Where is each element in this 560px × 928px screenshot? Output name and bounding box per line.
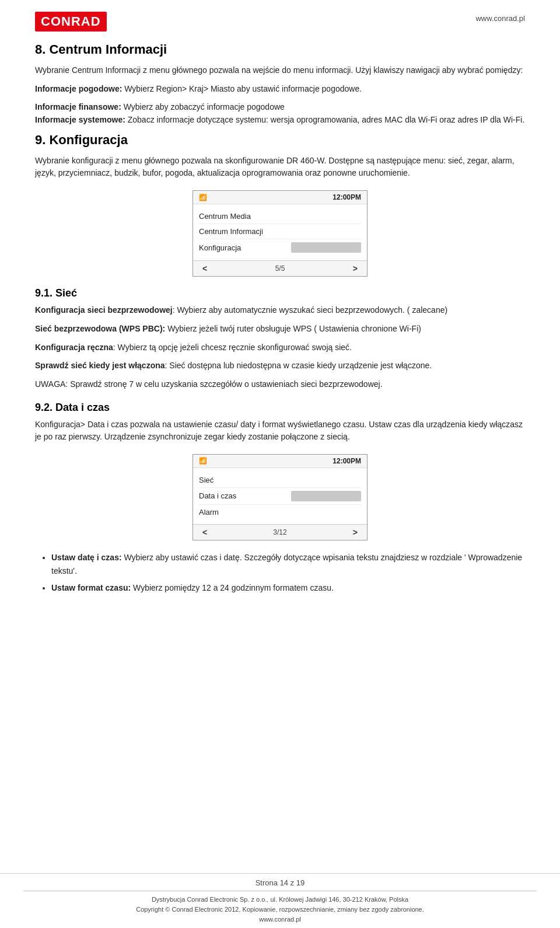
bullet-item-2: Ustaw format czasu: Wybierz pomiędzy 12 … <box>51 581 525 595</box>
section8-item2-3: Informacje finansowe: Wybierz aby zobacz… <box>35 101 525 126</box>
bullet-label-1: Ustaw datę i czas: <box>51 553 122 562</box>
device-page-num-2: 3/12 <box>273 528 286 536</box>
device-menu-label-1-1: Centrum Media <box>199 212 251 221</box>
device-menu-item-2-1: Sieć <box>199 473 361 488</box>
page-footer: Strona 14 z 19 Dystrybucja Conrad Electr… <box>0 873 560 928</box>
device-menu-label-2-3: Alarm <box>199 508 219 517</box>
device-menu-item-2-3: Alarm <box>199 505 361 519</box>
page-content: CONRAD www.conrad.pl 8. Centrum Informac… <box>0 0 560 647</box>
section8-item3-label: Informacje systemowe: <box>35 115 125 124</box>
footer-page-number: Strona 14 z 19 <box>0 878 560 887</box>
section92-title: 9.2. Data i czas <box>35 402 525 414</box>
section91-item1: Konfiguracja sieci bezprzewodowej: Wybie… <box>35 304 525 317</box>
section8-item2-text: Wybierz aby zobaczyć informacje pogodowe <box>121 102 285 111</box>
section91-item3-label: Konfiguracja ręczna <box>35 343 113 352</box>
device-menu-label-2-2: Data i czas <box>199 491 236 500</box>
footer-page-current: 14 <box>280 878 288 887</box>
logo-area: CONRAD <box>35 12 107 32</box>
website-url: www.conrad.pl <box>475 12 525 23</box>
section91-note: UWAGA: Sprawdź stronę 7 w celu uzyskania… <box>35 378 525 391</box>
section91-item1-text: : Wybierz aby automatycznie wyszukać sie… <box>173 305 447 315</box>
footer-divider <box>23 891 537 891</box>
device-nav-prev-2: < <box>202 528 207 537</box>
device-status-bar-2: 📶 12:00PM <box>193 455 367 468</box>
device-nav-prev-1: < <box>202 264 207 273</box>
device-menu-selected-2-2 <box>291 491 361 501</box>
device-nav-next-1: > <box>353 264 358 273</box>
device-menu-label-1-2: Centrum Informacji <box>199 227 263 236</box>
section91-item2-text: Wybierz jeżeli twój ruter obsługuje WPS … <box>165 324 421 333</box>
section8-intro: Wybranie Centrum Informacji z menu główn… <box>35 64 525 77</box>
section9-intro: Wybranie konfiguracji z menu głównego po… <box>35 155 525 180</box>
device-time-1: 12:00PM <box>332 193 361 201</box>
device-signal-1: 📶 <box>199 194 207 201</box>
device-menu-label-1-3: Konfiguracja <box>199 243 241 252</box>
section91-item1-label: Konfiguracja sieci bezprzewodowej <box>35 305 173 315</box>
device-menu-label-2-1: Sieć <box>199 476 214 484</box>
device-page-num-1: 5/5 <box>275 264 285 273</box>
section9-title: 9. Konfiguracja <box>35 132 525 148</box>
section91-item4-text: : Sieć dostępna lub niedostępna w czasie… <box>165 361 432 370</box>
section91-item3-text: : Wybierz tą opcję jeżeli chcesz ręcznie… <box>113 343 352 352</box>
device-menu-2: Sieć Data i czas Alarm <box>193 468 367 524</box>
bullet-label-2: Ustaw format czasu: <box>51 583 131 592</box>
footer-line3: www.conrad.pl <box>0 915 560 924</box>
bullet-text-2: Wybierz pomiędzy 12 a 24 godzinnym forma… <box>131 583 334 592</box>
footer-line1: Dystrybucja Conrad Electronic Sp. z o.o.… <box>0 895 560 905</box>
device-nav-bar-2: < 3/12 > <box>193 524 367 540</box>
device-screen-1: 📶 12:00PM Centrum Media Centrum Informac… <box>192 190 368 277</box>
bullet-item-1: Ustaw datę i czas: Wybierz aby ustawić c… <box>51 551 525 578</box>
page-header: CONRAD www.conrad.pl <box>35 12 525 32</box>
footer-line2: Copyright © Conrad Electronic 2012, Kopi… <box>0 905 560 915</box>
device-menu-item-1-3: Konfiguracja <box>199 239 361 256</box>
device-menu-selected-1-3 <box>291 242 361 253</box>
section8-item1-label: Informacje pogodowe: <box>35 84 122 93</box>
device-menu-1: Centrum Media Centrum Informacji Konfigu… <box>193 204 367 260</box>
footer-page-of: z <box>290 878 295 887</box>
device-screen-2: 📶 12:00PM Sieć Data i czas Alarm < 3/12 … <box>192 454 368 540</box>
footer-page-label: Strona <box>256 878 278 887</box>
section8-item1-text: Wybierz Region> Kraj> Miasto aby ustawić… <box>122 84 362 93</box>
bullet-text-1: Wybierz aby ustawić czas i datę. Szczegó… <box>51 553 522 575</box>
footer-page-total: 19 <box>296 878 304 887</box>
section91-item4: Sprawdź sieć kiedy jest włączona: Sieć d… <box>35 360 525 372</box>
device-menu-item-1-2: Centrum Informacji <box>199 224 361 239</box>
section8-item1: Informacje pogodowe: Wybierz Region> Kra… <box>35 83 525 96</box>
section8-item2-label: Informacje finansowe: <box>35 102 121 111</box>
section91-item3: Konfiguracja ręczna: Wybierz tą opcję je… <box>35 341 525 354</box>
section8-item3-text: Zobacz informacje dotyczące systemu: wer… <box>125 115 524 124</box>
brand-logo: CONRAD <box>35 12 107 32</box>
section92-intro: Konfiguracja> Data i czas pozwala na ust… <box>35 418 525 444</box>
section91-item2: Sieć bezprzewodowa (WPS PBC): Wybierz je… <box>35 323 525 336</box>
device-signal-2: 📶 <box>199 457 207 465</box>
section8-title: 8. Centrum Informacji <box>35 42 525 57</box>
device-time-2: 12:00PM <box>332 457 361 465</box>
device-menu-item-1-1: Centrum Media <box>199 209 361 224</box>
device-menu-item-2-2: Data i czas <box>199 488 361 505</box>
device-nav-bar-1: < 5/5 > <box>193 260 367 276</box>
section91-item2-label: Sieć bezprzewodowa (WPS PBC): <box>35 324 165 333</box>
section91-item4-label: Sprawdź sieć kiedy jest włączona <box>35 361 165 370</box>
device-status-bar-1: 📶 12:00PM <box>193 191 367 204</box>
section92-bullets: Ustaw datę i czas: Wybierz aby ustawić c… <box>51 551 525 595</box>
footer-info: Dystrybucja Conrad Electronic Sp. z o.o.… <box>0 895 560 924</box>
section91-title: 9.1. Sieć <box>35 287 525 299</box>
device-nav-next-2: > <box>353 528 358 537</box>
